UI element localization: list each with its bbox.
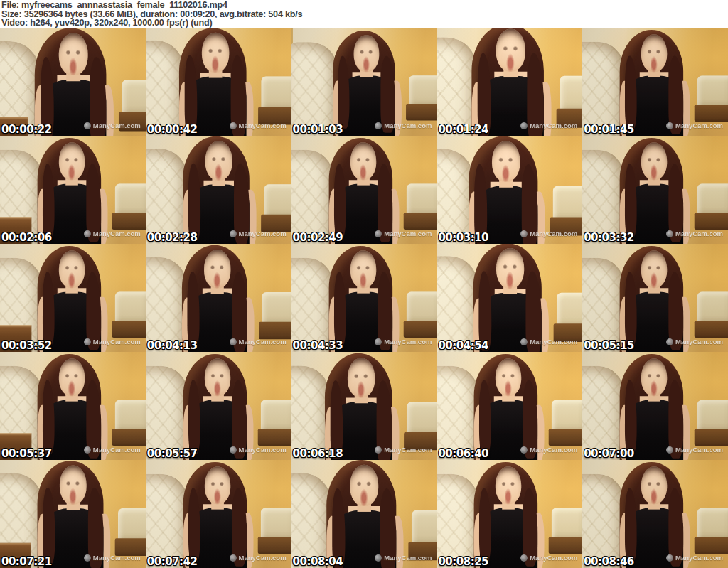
timestamp-label: 00:03:52: [1, 341, 52, 351]
watermark: ManyCam.com: [84, 122, 141, 129]
video-thumbnail[interactable]: 00:05:15 ManyCam.com: [582, 244, 728, 352]
video-thumbnail[interactable]: 00:04:13 ManyCam.com: [146, 244, 291, 352]
video-thumbnail[interactable]: 00:07:00 ManyCam.com: [582, 352, 728, 460]
webcam-scene-preview: [582, 460, 728, 568]
face: [59, 251, 85, 288]
person-silhouette: [0, 136, 146, 244]
webcam-icon: [520, 554, 528, 562]
watermark: ManyCam.com: [230, 122, 287, 129]
watermark: ManyCam.com: [666, 446, 723, 454]
watermark: ManyCam.com: [666, 554, 723, 562]
webcam-icon: [666, 122, 673, 129]
webcam-scene-preview: [291, 136, 437, 244]
video-thumbnail[interactable]: 00:03:32 ManyCam.com: [582, 136, 728, 244]
person-silhouette: [582, 244, 728, 352]
watermark-label: ManyCam.com: [93, 446, 141, 454]
webcam-scene-preview: [146, 28, 291, 136]
watermark: ManyCam.com: [375, 554, 432, 562]
video-thumbnail[interactable]: 00:07:21 ManyCam.com: [0, 460, 146, 568]
timestamp-label: 00:04:13: [147, 341, 198, 351]
timestamp-label: 00:02:49: [293, 232, 343, 243]
video-thumbnail[interactable]: 00:03:10 ManyCam.com: [437, 136, 582, 244]
video-thumbnail[interactable]: 00:01:45 ManyCam.com: [582, 28, 728, 136]
video-thumbnail[interactable]: 00:06:40 ManyCam.com: [437, 352, 582, 460]
video-thumbnail[interactable]: 00:04:54 ManyCam.com: [437, 244, 582, 352]
video-thumbnail[interactable]: 00:02:28 ManyCam.com: [146, 136, 291, 244]
face: [641, 143, 667, 180]
video-thumbnail[interactable]: 00:04:33 ManyCam.com: [291, 244, 437, 352]
video-thumbnail[interactable]: 00:08:46 ManyCam.com: [582, 460, 728, 568]
watermark-label: ManyCam.com: [530, 446, 577, 454]
watermark: ManyCam.com: [375, 122, 432, 129]
person-silhouette: [146, 460, 291, 568]
timestamp-label: 00:04:54: [438, 341, 488, 351]
webcam-icon: [84, 554, 91, 562]
watermark-label: ManyCam.com: [384, 446, 432, 454]
video-thumbnail[interactable]: 00:00:22 ManyCam.com: [0, 28, 146, 136]
video-thumbnail[interactable]: 00:03:52 ManyCam.com: [0, 244, 146, 352]
video-thumbnail[interactable]: 00:02:06 ManyCam.com: [0, 136, 146, 244]
webcam-scene-preview: [437, 244, 582, 352]
webcam-icon: [230, 122, 237, 129]
video-thumbnail[interactable]: 00:06:18 ManyCam.com: [291, 352, 437, 460]
timestamp-label: 00:08:46: [584, 557, 634, 567]
webcam-icon: [375, 122, 382, 129]
face: [641, 467, 667, 504]
watermark: ManyCam.com: [666, 230, 723, 237]
face: [641, 251, 667, 288]
timestamp-label: 00:02:28: [147, 232, 198, 243]
timestamp-label: 00:05:37: [1, 449, 52, 459]
person-silhouette: [437, 352, 582, 460]
person-silhouette: [437, 136, 582, 244]
person-silhouette: [291, 352, 437, 460]
person-silhouette: [291, 460, 437, 568]
face: [496, 467, 521, 504]
timestamp-label: 00:00:22: [1, 124, 52, 135]
watermark: ManyCam.com: [230, 338, 287, 345]
webcam-scene-preview: [0, 244, 146, 352]
person-silhouette: [437, 28, 582, 136]
watermark: ManyCam.com: [84, 230, 141, 237]
person-silhouette: [582, 136, 728, 244]
timestamp-label: 00:01:24: [438, 124, 488, 135]
face: [496, 359, 521, 396]
timestamp-label: 00:05:15: [584, 341, 634, 351]
video-thumbnail[interactable]: 00:01:03 ManyCam.com: [291, 28, 437, 136]
webcam-scene-preview: [291, 460, 437, 568]
timestamp-label: 00:04:33: [293, 341, 343, 351]
webcam-icon: [520, 230, 528, 237]
watermark-label: ManyCam.com: [384, 338, 432, 345]
webcam-scene-preview: [582, 28, 728, 136]
video-thumbnail[interactable]: 00:01:24 ManyCam.com: [437, 28, 582, 136]
webcam-scene-preview: [437, 28, 582, 136]
person-silhouette: [146, 352, 291, 460]
timestamp-label: 00:07:42: [147, 557, 198, 567]
webcam-icon: [84, 338, 91, 345]
face: [59, 33, 88, 75]
timestamp-label: 00:08:04: [293, 557, 343, 567]
webcam-scene-preview: [582, 136, 728, 244]
face: [350, 251, 375, 288]
video-thumbnail[interactable]: 00:08:04 ManyCam.com: [291, 460, 437, 568]
timestamp-label: 00:08:25: [438, 557, 488, 567]
video-thumbnail[interactable]: 00:00:42 ManyCam.com: [146, 28, 291, 136]
watermark-label: ManyCam.com: [675, 230, 723, 237]
webcam-icon: [520, 122, 528, 129]
watermark: ManyCam.com: [666, 338, 723, 345]
webcam-icon: [375, 554, 382, 562]
webcam-scene-preview: [0, 28, 146, 136]
video-thumbnail[interactable]: 00:02:49 ManyCam.com: [291, 136, 437, 244]
face: [59, 143, 85, 180]
thumbnail-grid: 00:00:22 ManyCam.com: [0, 28, 728, 568]
person-silhouette: [291, 136, 437, 244]
webcam-icon: [375, 230, 382, 237]
video-thumbnail[interactable]: 00:05:57 ManyCam.com: [146, 352, 291, 460]
webcam-icon: [666, 446, 673, 454]
video-thumbnail[interactable]: 00:07:42 ManyCam.com: [146, 460, 291, 568]
video-thumbnail[interactable]: 00:08:25 ManyCam.com: [437, 460, 582, 568]
video-thumbnail[interactable]: 00:05:37 ManyCam.com: [0, 352, 146, 460]
timestamp-label: 00:01:03: [293, 124, 343, 135]
webcam-scene-preview: [146, 244, 291, 352]
webcam-icon: [375, 338, 382, 345]
face: [350, 143, 375, 180]
